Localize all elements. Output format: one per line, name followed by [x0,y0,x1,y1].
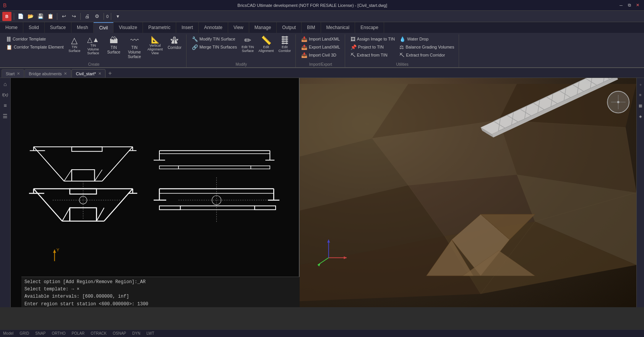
status-bar: Model GRID SNAP ORTHO POLAR OTRACK OSNAP… [0,329,644,337]
edit-corridor-btn[interactable]: 🛤 EditCorridor [277,35,292,54]
right-sidebar-icon-2[interactable]: ≡ [636,90,644,99]
minimize-btn[interactable]: ─ [618,2,624,8]
tab-solid[interactable]: Solid [23,22,45,33]
sidebar-layers-icon[interactable]: ≡ [1,101,10,110]
saveas-btn[interactable]: 📋 [46,12,55,21]
import-landxml-icon: 📥 [301,36,307,42]
open-btn[interactable]: 📂 [26,12,35,21]
water-drop-icon: 💧 [399,36,406,42]
import-landxml-btn[interactable]: 📥 Import LandXML [300,35,342,43]
model-space-label[interactable]: Model [3,331,13,335]
new-tab-button[interactable]: + [106,69,114,78]
sidebar-home-icon[interactable]: ⌂ [1,79,10,89]
terrain-svg [300,78,636,307]
tab-mechanical[interactable]: Mechanical [321,22,355,33]
tab-annotate[interactable]: Annotate [199,22,228,33]
separator5 [111,13,111,20]
tab-start[interactable]: Start ✕ [2,69,24,78]
merge-tin-btn[interactable]: 🔗 Merge TIN Surfaces [190,43,238,51]
redo-btn[interactable]: ↪ [70,12,78,21]
save-btn[interactable]: 💾 [36,12,45,21]
svg-rect-0 [11,78,299,277]
tab-bridge-close[interactable]: ✕ [64,71,67,76]
ortho-toggle[interactable]: ORTHO [52,331,65,335]
right-sidebar-icon-3[interactable]: ▦ [636,101,644,110]
assign-image-btn[interactable]: 🖼 Assign Image to TIN [349,35,396,43]
extract-from-tin-btn[interactable]: ⛏ Extract from TIN [349,51,396,59]
main-area: ⌂ f(x) ≡ ☰ [0,78,644,307]
command-line[interactable]: Select option [Add Region/Remove Region]… [21,277,310,307]
export-landxml-icon: 📤 [301,44,307,50]
grid-toggle[interactable]: GRID [19,331,29,335]
separator4 [104,13,104,20]
project-tin-icon: 📌 [350,44,357,50]
right-sidebar-icon-4[interactable]: ◈ [636,112,644,121]
edit-alignment-icon: 📏 [261,36,271,45]
tab-view[interactable]: View [228,22,249,33]
settings-icon[interactable]: ⚙ [93,12,101,21]
export-landxml-btn[interactable]: 📤 Export LandXML [300,43,342,51]
tab-civil-close[interactable]: ✕ [98,71,101,76]
alignment-btn[interactable]: 〰 TIN Volume Surface [125,35,144,60]
corridor-template-element-btn[interactable]: 📋 Corridor Template Element [5,43,65,51]
corridor-btn[interactable]: 🛣 Corridor [166,35,183,51]
ribbon: Home Solid Surface Mesh Civil Visualize … [0,22,644,68]
right-sidebar-icon-1[interactable]: ⬦ [636,79,644,89]
restore-btn[interactable]: ⧉ [626,2,633,8]
ribbon-content: 🛤 Corridor Template 📋 Corridor Template … [0,33,644,67]
dynmode-toggle[interactable]: DYN [132,331,140,335]
tab-visualize[interactable]: Visualize [114,22,143,33]
separator2 [57,13,57,20]
tab-enscape[interactable]: Enscape [355,22,384,33]
grading-btn[interactable]: 🏔 TIN Surface [104,35,123,56]
tab-home[interactable]: Home [0,22,23,33]
edit-tin-surface-btn[interactable]: ✏ Edit TINSurface [240,35,255,54]
bricscad-logo: B [2,12,11,21]
balance-grading-btn[interactable]: ⚖ Balance Grading Volumes [398,43,456,51]
print-btn[interactable]: 🖨 [83,12,91,21]
snap-toggle[interactable]: SNAP [35,331,45,335]
tab-insert[interactable]: Insert [176,22,199,33]
corridor-template-element-icon: 📋 [6,44,12,50]
tab-surface[interactable]: Surface [45,22,71,33]
water-drop-btn[interactable]: 💧 Water Drop [398,35,456,43]
tab-mesh[interactable]: Mesh [71,22,94,33]
import-export-col: 📥 Import LandXML 📤 Export LandXML 📥 Impo… [300,35,342,59]
polar-toggle[interactable]: POLAR [71,331,84,335]
close-btn[interactable]: ✕ [635,2,641,8]
import-civil3d-btn[interactable]: 📥 Import Civil 3D [300,51,342,59]
modify-left-col: 🔧 Modify TIN Surface 🔗 Merge TIN Surface… [190,35,238,51]
new-btn[interactable]: 📄 [16,12,25,21]
group-create-items: 🛤 Corridor Template 📋 Corridor Template … [5,35,183,62]
osnap-toggle[interactable]: OSNAP [113,331,126,335]
tab-parametric[interactable]: Parametric [143,22,176,33]
tin-surface-btn[interactable]: △ TINSurface [67,35,82,54]
tin-volume-surface-btn[interactable]: △▲ TIN VolumeSurface [84,35,103,57]
viewport-right[interactable] [300,78,636,307]
otrack-toggle[interactable]: OTRACK [91,331,107,335]
undo-btn[interactable]: ↩ [60,12,68,21]
edit-alignment-btn[interactable]: 📏 EditAlignment [257,35,275,54]
vertical-alignment-btn[interactable]: 📐 VerticalAlignment View [146,35,165,57]
tab-bim[interactable]: BIM [302,22,321,33]
alignment-icon: 〰 [130,36,139,45]
extract-corridor-btn[interactable]: ⛏ Extract from Corridor [398,51,456,59]
sidebar-properties-icon[interactable]: ☰ [1,112,10,121]
sidebar-function-icon[interactable]: f(x) [1,90,10,99]
tab-civil-start[interactable]: Civil_start* ✕ [71,69,105,78]
modify-tin-surface-btn[interactable]: 🔧 Modify TIN Surface [190,35,238,43]
document-tabs: Start ✕ Bridge abutments ✕ Civil_start* … [0,68,644,78]
corridor-icon: 🛣 [170,36,179,45]
tab-output[interactable]: Output [277,22,302,33]
lineweight-toggle[interactable]: LWT [146,331,154,335]
corridor-template-btn[interactable]: 🛤 Corridor Template [5,35,65,43]
tab-start-close[interactable]: ✕ [17,71,20,76]
project-to-tin-btn[interactable]: 📌 Project to TIN [349,43,396,51]
tab-bridge-abutments[interactable]: Bridge abutments ✕ [24,69,71,78]
more-tools-icon[interactable]: ▾ [114,12,122,21]
tab-manage[interactable]: Manage [249,22,277,33]
tin-volume-icon: △▲ [87,36,99,43]
group-import-export-label: Import/Export [309,62,332,67]
tab-civil[interactable]: Civil [94,22,114,33]
viewport-left[interactable]: Y Select option [Add Region/Remove Regio… [11,78,300,307]
